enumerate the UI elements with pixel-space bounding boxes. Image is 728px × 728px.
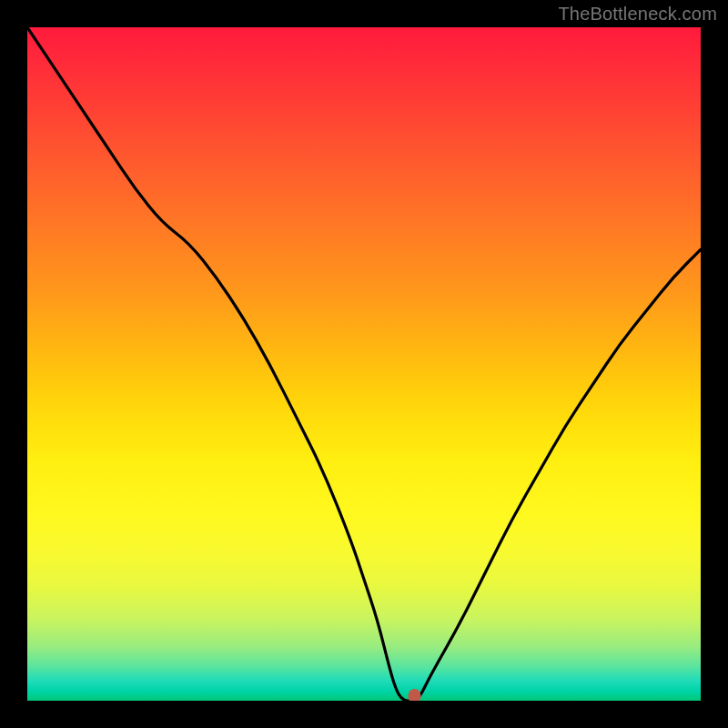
watermark-text: TheBottleneck.com (558, 4, 717, 25)
chart-svg (27, 27, 701, 701)
bottleneck-curve (27, 27, 701, 701)
minimum-marker (409, 689, 421, 701)
plot-area (27, 27, 701, 701)
chart-frame: TheBottleneck.com (0, 0, 728, 728)
